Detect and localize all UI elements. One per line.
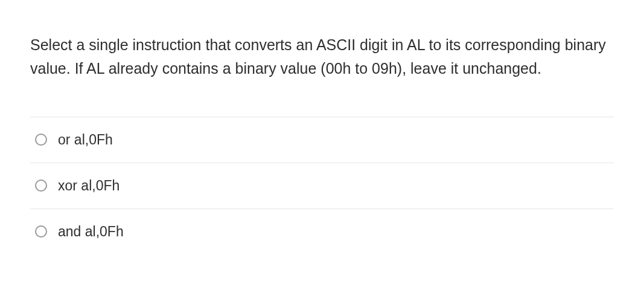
option-row-1[interactable]: xor al,0Fh bbox=[30, 163, 614, 209]
radio-icon bbox=[35, 225, 47, 238]
radio-icon bbox=[35, 134, 47, 146]
option-label: xor al,0Fh bbox=[58, 178, 120, 194]
question-text: Select a single instruction that convert… bbox=[30, 33, 614, 80]
option-label: and al,0Fh bbox=[58, 224, 124, 240]
radio-icon bbox=[35, 179, 47, 192]
option-row-2[interactable]: and al,0Fh bbox=[30, 209, 614, 254]
option-row-0[interactable]: or al,0Fh bbox=[30, 117, 614, 163]
option-label: or al,0Fh bbox=[58, 132, 113, 148]
options-list: or al,0Fh xor al,0Fh and al,0Fh bbox=[30, 117, 614, 254]
question-container: Select a single instruction that convert… bbox=[0, 0, 644, 254]
